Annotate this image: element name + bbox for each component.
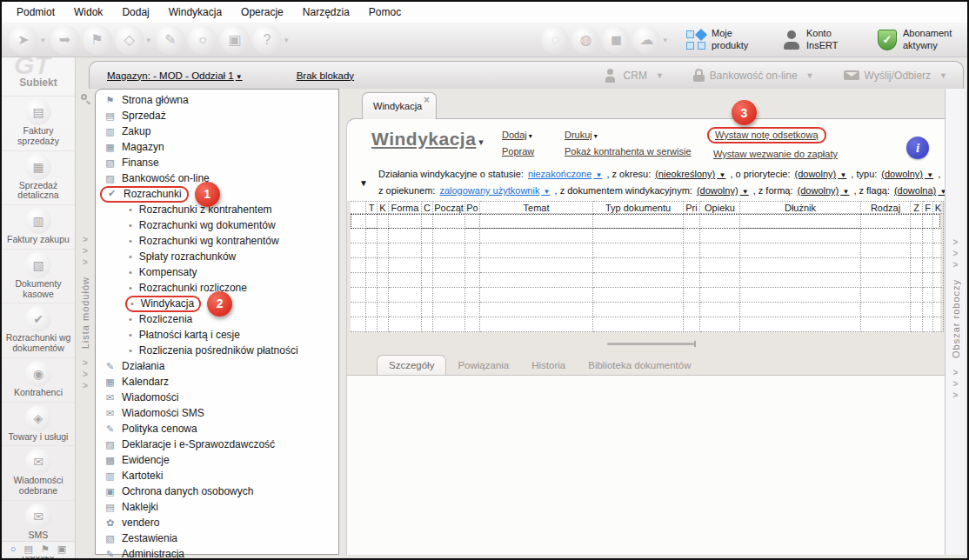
filter-link-dowolna[interactable]: (dowolna) ▼	[894, 185, 946, 196]
chevron-down-icon[interactable]: ▼	[593, 171, 602, 179]
filter-link-dowolny[interactable]: (dowolny) ▼	[697, 185, 749, 196]
tree-item-spłaty-rozrachunków[interactable]: •Spłaty rozrachunków	[96, 249, 338, 264]
module-kontrahenci[interactable]: ◉Kontrahenci	[2, 357, 75, 402]
tree-item-naklejki[interactable]: ▤Naklejki	[96, 499, 338, 515]
select-arrow-icon-dropdown[interactable]: ▾	[41, 36, 45, 44]
wyslij-odbierz-button[interactable]: Wyślij/Odbierz▼	[844, 70, 948, 82]
column-header-forma[interactable]: Forma	[389, 201, 422, 214]
column-header-pri[interactable]: Pri	[684, 201, 700, 214]
table-row[interactable]	[351, 317, 940, 332]
column-header-c[interactable]: C	[422, 201, 433, 214]
tree-item-polityka-cenowa[interactable]: ✎Polityka cenowa	[96, 421, 338, 437]
new-document-icon-dropdown[interactable]: ▾	[147, 36, 151, 44]
tab-powiązania[interactable]: Powiązania	[446, 356, 520, 375]
menu-windykacja[interactable]: Windykacja	[159, 3, 231, 21]
module-faktury-sprzedazy[interactable]: ▤Faktury sprzedaży	[2, 96, 75, 150]
column-header-typ-dokumentu[interactable]: Typ dokumentu	[593, 201, 684, 214]
tree-item-wiadomości-sms[interactable]: ✉Wiadomości SMS	[96, 405, 338, 421]
menu-widok[interactable]: Widok	[64, 3, 112, 21]
chevron-down-icon[interactable]: ▼	[838, 171, 846, 179]
tree-item-rozrachunki-wg-kontrahentów[interactable]: •Rozrachunki wg kontrahentów	[96, 233, 338, 249]
action-pokaż-kontrahenta-w-serwisie[interactable]: Pokaż kontrahenta w serwisie	[565, 146, 692, 157]
column-header-t[interactable]: T	[366, 201, 378, 214]
tab-windykacja[interactable]: Windykacja ×	[362, 92, 437, 119]
column-header-f[interactable]: F	[923, 201, 933, 214]
column-header-temat[interactable]: Temat	[480, 201, 593, 214]
bankowosc-button[interactable]: Bankowość on-line▼	[693, 69, 814, 82]
edit-icon-button[interactable]: ✎	[156, 25, 185, 55]
column-header-k[interactable]: K	[378, 201, 389, 214]
table-row[interactable]	[351, 288, 940, 303]
tab-szczegóły[interactable]: Szczegóły	[377, 355, 446, 375]
column-header-dłużnik[interactable]: Dłużnik	[740, 201, 861, 214]
chevron-down-icon[interactable]: ▼	[656, 71, 664, 80]
tree-item-ochrona-danych-osobowych[interactable]: ▣Ochrona danych osobowych	[96, 483, 338, 499]
tree-item-windykacja[interactable]: •Windykacja2	[96, 296, 338, 311]
tree-item-sprzedaż[interactable]: ▤Sprzedaż	[96, 108, 338, 123]
tree-item-deklaracje-i-e-sprawozdawczość[interactable]: ▨Deklaracje i e-Sprawozdawczość	[96, 437, 338, 452]
tree-item-zestawienia[interactable]: ▧Zestawienia	[96, 530, 338, 546]
help-bubble-icon-button[interactable]: ?	[252, 25, 282, 55]
module-towary-i-uslugi[interactable]: ◈Towary i usługi	[2, 402, 75, 446]
tree-item-rozrachunki[interactable]: ✔Rozrachunki1	[96, 186, 338, 202]
horizontal-scrollbar[interactable]	[607, 343, 694, 345]
tree-item-magazyn[interactable]: ▦Magazyn	[96, 139, 338, 155]
tree-item-rozrachunki-z-kontrahentem[interactable]: •Rozrachunki z kontrahentem	[96, 202, 338, 217]
table-row[interactable]	[351, 303, 940, 317]
table-row[interactable]	[351, 243, 940, 258]
table-row[interactable]	[351, 273, 940, 288]
table-row[interactable]	[351, 258, 940, 273]
module-coins-icon[interactable]: ▤	[23, 543, 32, 555]
tree-item-kalendarz[interactable]: ▦Kalendarz	[96, 374, 338, 390]
stamp-icon-button[interactable]: ⚑	[83, 25, 112, 55]
action-wystaw-notę-odsetkową[interactable]: Wystaw notę odsetkową3	[707, 127, 826, 143]
windykacja-table[interactable]: TKFormaCPoczątPoTematTyp dokumentuPriOpi…	[351, 201, 940, 332]
menu-podmiot[interactable]: Podmiot	[7, 3, 64, 21]
chevron-down-icon[interactable]: ▼	[806, 71, 814, 80]
tab-historia[interactable]: Historia	[520, 356, 577, 375]
column-header-opieku[interactable]: Opieku	[700, 201, 740, 214]
moje-produkty-button[interactable]: Moje produkty	[686, 28, 769, 50]
module-dot-icon[interactable]: ○	[10, 543, 17, 555]
column-header-po[interactable]: Po	[465, 201, 480, 214]
column-header-rodzaj[interactable]: Rodzaj	[861, 201, 911, 214]
filter-link-zalogowany-użytkownik[interactable]: zalogowany użytkownik ▼	[439, 185, 550, 196]
tree-item-vendero[interactable]: ✿vendero	[96, 515, 338, 530]
menu-pomoc[interactable]: Pomoc	[359, 3, 411, 21]
crm-button[interactable]: CRM▼	[605, 69, 664, 83]
new-document-icon-button[interactable]: ◇	[115, 25, 144, 55]
chevron-down-icon[interactable]: ▼	[925, 171, 933, 179]
table-row[interactable]	[351, 214, 940, 229]
help-bubble-icon-dropdown[interactable]: ▾	[284, 36, 289, 44]
filter-link-nieokreślony[interactable]: (nieokreślony) ▼	[655, 169, 725, 179]
tree-item-wiadomości[interactable]: ✉Wiadomości	[96, 390, 338, 405]
tree-item-ewidencje[interactable]: ▩Ewidencje	[96, 452, 338, 468]
filter-link-niezakończone[interactable]: niezakończone ▼	[528, 169, 603, 179]
tree-item-działania[interactable]: ✎Działania	[96, 358, 338, 374]
menu-dodaj[interactable]: Dodaj	[112, 3, 158, 21]
globe-icon-button[interactable]: ◍	[571, 26, 599, 54]
cloud-services-icon-dropdown[interactable]: ▾	[663, 36, 667, 44]
abonament-button[interactable]: ✓Abonament aktywny	[878, 28, 960, 50]
tree-item-kartoteki[interactable]: ▥Kartoteki	[96, 468, 338, 483]
filter-link-dowolny[interactable]: (dowolny) ▼	[795, 169, 847, 179]
module-sprzedaz-detaliczna[interactable]: ▦Sprzedaż detaliczna	[2, 150, 75, 205]
cube-icon-button[interactable]: ◼	[602, 26, 630, 54]
chevron-down-icon[interactable]: ▼	[740, 188, 749, 196]
chevron-down-icon[interactable]: ▼	[717, 171, 725, 179]
tree-item-administracja[interactable]: ✎Administracja	[96, 546, 338, 560]
info-icon[interactable]: i	[906, 137, 929, 159]
chevron-down-icon[interactable]: ▼	[939, 71, 947, 80]
konto-insert-button[interactable]: Konto InsERT	[783, 28, 864, 50]
sync-spinner-icon-button[interactable]: ◌	[541, 26, 569, 54]
menu-operacje[interactable]: Operacje	[231, 3, 293, 21]
print-icon-button[interactable]: ▣	[220, 25, 250, 55]
action-dodaj[interactable]: Dodaj ▾	[502, 130, 532, 140]
tree-item-strona-główna[interactable]: ⚑Strona główna	[96, 92, 338, 108]
select-arrow-icon-button[interactable]: ➤	[9, 25, 38, 55]
tree-item-zakup[interactable]: ▥Zakup	[96, 123, 338, 139]
module-box-icon[interactable]: ▣	[57, 543, 66, 555]
page-title-wrap[interactable]: Windykacja▾	[371, 129, 484, 150]
tree-item-rozrachunki-wg-dokumentów[interactable]: •Rozrachunki wg dokumentów	[96, 217, 338, 233]
close-icon[interactable]: ×	[424, 94, 430, 106]
